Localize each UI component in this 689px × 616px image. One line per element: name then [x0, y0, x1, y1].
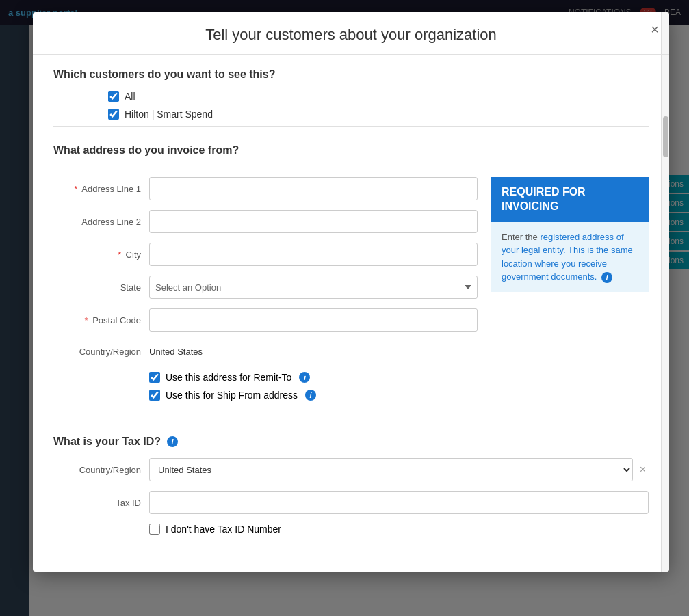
modal-body: Which customers do you want to see this?… — [33, 55, 669, 572]
hilton-customer-label: Hilton | Smart Spend — [125, 109, 213, 120]
scrollbar-thumb — [663, 116, 668, 157]
address-line-1-label: * Address Line 1 — [53, 184, 149, 194]
tax-id-row: Tax ID — [53, 491, 649, 514]
address-line-2-input[interactable] — [149, 210, 478, 233]
invoicing-info-box: REQUIRED FOR INVOICING Enter the registe… — [491, 177, 649, 401]
customers-section: Which customers do you want to see this?… — [53, 55, 649, 127]
info-box-icon[interactable]: i — [601, 272, 612, 283]
all-customer-checkbox[interactable] — [108, 91, 119, 102]
hilton-customer-item: Hilton | Smart Spend — [108, 109, 649, 120]
customers-section-title: Which customers do you want to see this? — [53, 68, 649, 81]
no-tax-id-checkbox[interactable] — [149, 524, 160, 535]
tax-section-title: What is your Tax ID? i — [53, 436, 649, 448]
required-star-postal: * — [84, 315, 88, 325]
remit-to-info-icon[interactable]: i — [299, 372, 310, 383]
postal-code-row: * Postal Code — [53, 308, 478, 332]
address-section-title: What address do you invoice from? — [53, 144, 649, 157]
info-box-text: Enter the registered address of your leg… — [502, 230, 638, 284]
ship-from-row: Use this for Ship From address i — [149, 390, 478, 401]
all-customer-label: All — [125, 91, 135, 102]
required-star-city: * — [118, 250, 121, 260]
state-label: State — [53, 282, 149, 293]
ship-from-checkbox[interactable] — [149, 390, 160, 401]
address-form-section: * Address Line 1 Address Line 2 — [53, 167, 649, 411]
tax-id-label: Tax ID — [53, 498, 149, 508]
address-line-2-label: Address Line 2 — [53, 217, 149, 227]
tax-country-clear-button[interactable]: × — [637, 464, 649, 476]
country-value: United States — [149, 341, 478, 362]
remit-to-row: Use this address for Remit-To i — [149, 372, 478, 383]
address-fields: * Address Line 1 Address Line 2 — [53, 177, 478, 401]
address-line-2-row: Address Line 2 — [53, 210, 478, 233]
no-tax-id-row: I don't have Tax ID Number — [53, 524, 649, 535]
hilton-customer-checkbox[interactable] — [108, 109, 119, 120]
tax-info-icon[interactable]: i — [167, 436, 178, 447]
tax-country-select-wrapper: United States × — [149, 458, 649, 481]
tax-section: What is your Tax ID? i Country/Region Un… — [53, 422, 649, 558]
remit-to-checkbox[interactable] — [149, 372, 160, 383]
ship-from-info-icon[interactable]: i — [305, 390, 316, 401]
remit-to-label: Use this address for Remit-To — [166, 372, 291, 383]
ship-from-label: Use this for Ship From address — [166, 390, 298, 401]
no-tax-id-label: I don't have Tax ID Number — [166, 524, 281, 535]
country-label: Country/Region — [53, 347, 149, 357]
tax-id-input[interactable] — [149, 491, 649, 514]
city-input[interactable] — [149, 243, 478, 266]
address-line-1-row: * Address Line 1 — [53, 177, 478, 200]
modal-scrollbar[interactable] — [661, 12, 669, 572]
required-star-1: * — [74, 184, 77, 194]
city-row: * City — [53, 243, 478, 266]
address-options-checkboxes: Use this address for Remit-To i Use this… — [53, 372, 478, 401]
modal-dialog: Tell your customers about your organizat… — [33, 12, 669, 572]
info-box-header: REQUIRED FOR INVOICING — [491, 177, 649, 222]
address-line-1-input[interactable] — [149, 177, 478, 200]
all-customer-item: All — [108, 91, 649, 102]
postal-code-label: * Postal Code — [53, 315, 149, 325]
no-tax-id-checkbox-row: I don't have Tax ID Number — [149, 524, 281, 535]
tax-country-label: Country/Region — [53, 465, 149, 475]
customers-checkbox-group: All Hilton | Smart Spend — [53, 91, 649, 120]
modal-title: Tell your customers about your organizat… — [53, 26, 649, 44]
modal-header: Tell your customers about your organizat… — [33, 12, 669, 55]
close-button[interactable]: × — [651, 23, 659, 36]
city-label: * City — [53, 250, 149, 260]
postal-code-input[interactable] — [149, 308, 478, 332]
country-row: Country/Region United States — [53, 341, 478, 362]
address-section: What address do you invoice from? * Addr… — [53, 131, 649, 418]
state-select[interactable]: Select an Option — [149, 276, 478, 299]
tax-country-select[interactable]: United States — [149, 458, 633, 481]
state-row: State Select an Option — [53, 276, 478, 299]
info-box-body: Enter the registered address of your leg… — [491, 222, 649, 292]
tax-country-row: Country/Region United States × — [53, 458, 649, 481]
